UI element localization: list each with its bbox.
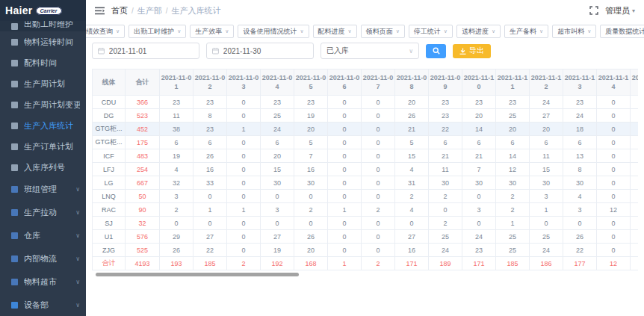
cell-value: 15 [395,149,429,163]
cell-value: 14 [496,149,530,163]
sidebar-item-label: 生产订单计划 [24,141,73,152]
cell-value: 20 [462,109,496,123]
date-line2: 2 [194,82,226,91]
start-date-field[interactable] [92,43,199,59]
tab-chip[interactable]: 生产备料∨ [504,25,548,38]
breadcrumb-item[interactable]: 生产入库统计 [172,5,221,16]
search-icon [433,47,440,55]
doc-icon [11,164,18,171]
sidebar-item-label: 生产周计划 [24,78,65,90]
cell-value: 0 [597,96,631,109]
fullscreen-icon[interactable] [589,6,598,15]
date-line2: 1 [161,82,192,91]
cell-value: 0 [227,149,261,163]
hamburger-icon[interactable] [95,7,105,15]
tab-chip[interactable]: 质量数据统计∨ [600,25,644,38]
breadcrumb-item[interactable]: 生产部 [137,5,162,16]
tab-chip[interactable]: 生产效率∨ [190,25,234,38]
sidebar-item[interactable]: 仓库∨ [0,224,86,247]
sidebar-item[interactable]: 生产入库统计 [0,115,86,136]
cell-value: 0 [462,217,496,230]
cell-value: 14 [462,123,496,136]
cell-value: 26 [563,230,597,244]
tab-chip[interactable]: 超市叫料∨ [552,25,596,38]
doc-icon [11,81,18,87]
end-date-field[interactable] [206,43,314,59]
status-select[interactable]: 已入库 ∨ [321,43,419,59]
sidebar-item[interactable]: 出勤工时维护 [0,21,86,31]
search-button[interactable] [426,44,446,58]
tab-label: 出勤工时维护 [134,27,174,37]
col-header-date: 2021-11-11 [496,69,530,96]
sidebar-item[interactable]: 班组管理∨ [0,178,86,201]
cell-value [631,136,639,149]
cell-value: 30 [496,176,530,190]
cell-line: U1 [93,230,126,244]
user-menu[interactable]: 管理员 ▾ [605,5,635,16]
cell-value: 20 [496,123,530,136]
cell-total: 523 [126,109,160,123]
sidebar-item[interactable]: 生产拉动∨ [0,201,86,224]
date-line2: 3 [564,82,595,91]
cell-value [631,123,639,136]
cell-value: 16 [193,163,227,176]
folder-icon [11,232,18,239]
cell-value: 30 [563,176,597,190]
cell-value: 23 [462,244,496,257]
cell-value: 2 [496,203,530,217]
sidebar-item[interactable]: 生产周计划变更履历 [0,94,86,115]
cell-value: 22 [429,123,462,136]
sidebar-item-label: 内部物流 [24,253,57,264]
tab-label: 配料进度 [318,27,345,37]
tab-chip[interactable]: 配料进度∨ [313,25,357,38]
sidebar-item[interactable]: 入库序列号 [0,157,86,178]
tab-label: 送料进度 [462,27,489,37]
folder-icon [11,209,18,216]
data-table-wrap: 线体合计2021-11-012021-11-022021-11-032021-1… [92,69,638,270]
sidebar-item[interactable]: 设备部∨ [0,294,86,316]
cell-value: 19 [294,109,328,123]
chevron-down-icon: ∨ [75,302,80,309]
tab-chip[interactable]: 出勤工时维护∨ [129,25,186,38]
cell-value: 16 [395,244,429,257]
cell-value: 0 [227,163,261,176]
sidebar-item[interactable]: 物料超市∨ [0,270,86,294]
sidebar-item[interactable]: 内部物流∨ [0,247,86,270]
cell-value: 1 [328,257,362,270]
cell-value: 0 [227,109,261,123]
start-date-input[interactable] [109,47,193,55]
table-row: LG667323303030003130303030300 [93,176,639,190]
cell-value: 12 [597,257,631,270]
sidebar-item-label: 物料超市 [24,276,57,288]
tab-label: 设备使用情况统计 [243,27,297,37]
export-button[interactable]: 导出 [453,44,491,58]
tab-chip[interactable]: 领料页面∨ [361,25,405,38]
cell-total: 90 [126,203,160,217]
sidebar-item[interactable]: 物料运转时间 [0,31,86,52]
tab-chip[interactable]: 送料进度∨ [456,25,501,38]
cell-value: 0 [227,217,261,230]
breadcrumb-item[interactable]: 首页 [111,5,128,16]
tab-chip[interactable]: 设备使用情况统计∨ [238,25,309,38]
cell-value: 0 [597,190,631,203]
end-date-input[interactable] [223,47,308,55]
col-header-date: 2021-11-14 [597,69,631,96]
chevron-down-icon: ∨ [177,28,181,34]
col-header-date: 2021-11-09 [429,69,462,96]
cell-value: 0 [227,190,261,203]
sidebar-item[interactable]: 生产周计划 [0,73,86,94]
cell-value: 0 [328,149,362,163]
cell-value [631,176,639,190]
cell-value: 11 [160,109,193,123]
date-line1: 2021-11-1 [530,73,562,82]
cell-line: GTG柜... [93,123,126,136]
tab-chip[interactable]: 绩效查询∨ [86,25,125,38]
horizontal-scrollbar-thumb[interactable] [96,273,299,276]
col-header-date: 2021-11-01 [160,69,193,96]
tab-chip[interactable]: 停工统计∨ [409,25,453,38]
sidebar-item[interactable]: 生产订单计划 [0,136,86,157]
sidebar-item-label: 仓库 [24,230,40,241]
cell-value: 1 [227,123,261,136]
cell-value: 177 [563,257,597,270]
sidebar-item[interactable]: 配料时间 [0,52,86,73]
